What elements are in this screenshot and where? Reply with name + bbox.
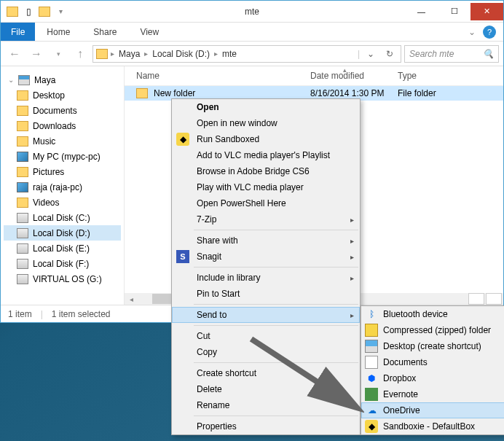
forward-button[interactable]: → [27, 44, 46, 63]
close-button[interactable]: ✕ [470, 3, 503, 20]
sendto-item[interactable]: ☁OneDrive [361, 402, 504, 418]
help-icon[interactable]: ? [483, 26, 496, 39]
collapse-icon[interactable]: ⌄ [8, 76, 14, 84]
context-menu-item[interactable]: Add to VLC media player's Playlist [172, 147, 360, 163]
chevron-right-icon[interactable]: ▸ [111, 50, 114, 58]
quick-access-toolbar: ▯ ▾ [1, 6, 72, 17]
breadcrumb[interactable]: mte [221, 49, 238, 59]
drive-icon [17, 274, 28, 284]
context-menu-item[interactable]: Create shortcut [172, 365, 360, 381]
folder-icon [17, 90, 28, 101]
tree-item[interactable]: Pictures [4, 164, 121, 179]
icons-view-button[interactable] [486, 293, 502, 305]
tree-item[interactable]: raja (raja-pc) [4, 179, 121, 195]
dropbox-icon: ⬢ [365, 372, 378, 385]
tree-label: VIRTUAL OS (G:) [33, 274, 102, 284]
context-menu-item[interactable]: SSnagit▸ [172, 249, 360, 265]
context-menu-item[interactable]: ◆Run Sandboxed [172, 131, 360, 147]
context-menu-item[interactable]: Play with VLC media player [172, 179, 360, 195]
chevron-right-icon[interactable]: ▸ [214, 50, 218, 58]
tree-item[interactable]: Videos [4, 195, 121, 210]
column-type[interactable]: Type [398, 71, 503, 81]
scroll-left-icon[interactable]: ◂ [125, 295, 138, 303]
home-tab[interactable]: Home [35, 24, 82, 40]
status-selected: 1 item selected [52, 309, 111, 319]
sendto-item[interactable]: ᛒBluetooth device [361, 306, 504, 322]
submenu-arrow-icon: ▸ [350, 311, 354, 319]
tree-item[interactable]: Local Disk (D:) [4, 225, 121, 241]
tree-label: Videos [33, 198, 59, 208]
breadcrumb[interactable]: Maya [117, 49, 141, 59]
ribbon-expand-icon[interactable]: ⌄ [468, 27, 476, 37]
menu-label: Browse in Adobe Bridge CS6 [197, 166, 310, 176]
window-controls: — ☐ ✕ [405, 3, 503, 20]
view-tab[interactable]: View [128, 24, 170, 40]
refresh-button[interactable]: ↻ [382, 49, 398, 59]
menu-label: Rename [197, 400, 229, 410]
sendto-item[interactable]: ◆Sandboxie - DefaultBox [361, 418, 504, 434]
tree-item[interactable]: Downloads [4, 118, 121, 133]
context-menu-item[interactable]: Copy [172, 344, 360, 360]
menu-label: Send to [197, 310, 227, 320]
properties-icon[interactable]: ▯ [23, 6, 34, 17]
context-menu-item[interactable]: Rename [172, 397, 360, 413]
menu-label: Share with [197, 235, 238, 246]
menu-label: Properties [197, 421, 237, 432]
context-menu-item[interactable]: Cut [172, 328, 360, 344]
menu-label: Pin to Start [197, 289, 240, 299]
navigation-tree[interactable]: ⌄ Maya DesktopDocumentsDownloadsMusicMy … [1, 66, 125, 305]
context-menu-item[interactable]: Share with▸ [172, 233, 360, 249]
context-menu-item[interactable]: Include in library▸ [172, 270, 360, 286]
context-menu-item[interactable]: Pin to Start [172, 286, 360, 302]
history-dropdown[interactable]: ▾ [49, 44, 68, 63]
tree-label: My PC (mypc-pc) [33, 152, 101, 162]
tree-item[interactable]: VIRTUAL OS (G:) [4, 271, 121, 286]
tree-item[interactable]: Music [4, 133, 121, 149]
context-menu-item[interactable]: Open PowerShell Here [172, 195, 360, 211]
back-button[interactable]: ← [5, 44, 24, 63]
sandboxie-icon: ◆ [176, 133, 189, 146]
submenu-arrow-icon: ▸ [350, 216, 354, 224]
address-dropdown-icon[interactable]: ⌄ [363, 49, 379, 59]
tree-item[interactable]: Local Disk (E:) [4, 241, 121, 256]
chevron-right-icon[interactable]: ▸ [144, 50, 148, 58]
column-name[interactable]: Name [125, 71, 310, 81]
tree-root-maya[interactable]: ⌄ Maya [4, 72, 121, 87]
context-menu-item[interactable]: Send to▸ [172, 307, 360, 323]
tree-item[interactable]: Documents [4, 103, 121, 118]
sendto-item[interactable]: Desktop (create shortcut) [361, 338, 504, 354]
context-menu-item[interactable]: Open [172, 99, 360, 115]
qat-dropdown-icon[interactable]: ▾ [55, 6, 66, 17]
window-title: mte [245, 7, 259, 17]
minimize-button[interactable]: — [405, 3, 438, 20]
tree-item[interactable]: Local Disk (C:) [4, 210, 121, 225]
submenu-arrow-icon: ▸ [350, 237, 354, 245]
breadcrumb[interactable]: Local Disk (D:) [151, 49, 211, 59]
file-tab[interactable]: File [1, 23, 35, 41]
tree-item[interactable]: My PC (mypc-pc) [4, 149, 121, 164]
context-menu-item[interactable]: Browse in Adobe Bridge CS6 [172, 163, 360, 179]
context-menu-item[interactable]: Delete [172, 381, 360, 397]
search-input[interactable]: Search mte 🔍 [404, 45, 499, 63]
sendto-item[interactable]: Evernote [361, 386, 504, 402]
sendto-item[interactable]: Compressed (zipped) folder [361, 322, 504, 338]
tree-item[interactable]: Local Disk (F:) [4, 256, 121, 271]
evernote-icon [365, 388, 378, 401]
address-bar[interactable]: ▸ Maya ▸ Local Disk (D:) ▸ mte | ⌄ ↻ [92, 45, 401, 63]
context-menu-item[interactable]: Properties [172, 418, 360, 434]
maximize-button[interactable]: ☐ [438, 3, 470, 20]
status-count: 1 item [8, 309, 32, 319]
column-date[interactable]: Date modified [310, 71, 398, 81]
context-menu-item[interactable]: Open in new window [172, 115, 360, 131]
share-tab[interactable]: Share [82, 24, 128, 40]
snagit-icon: S [176, 250, 189, 263]
tree-label: Local Disk (E:) [33, 243, 90, 254]
tree-item[interactable]: Desktop [4, 87, 121, 103]
up-button[interactable]: ↑ [71, 44, 90, 63]
sendto-item[interactable]: Documents [361, 354, 504, 370]
menu-label: Add to VLC media player's Playlist [197, 150, 330, 160]
context-menu-item[interactable]: 7-Zip▸ [172, 211, 360, 227]
details-view-button[interactable] [468, 293, 484, 305]
sendto-item[interactable]: ⬢Dropbox [361, 370, 504, 386]
computer-icon [18, 75, 30, 85]
